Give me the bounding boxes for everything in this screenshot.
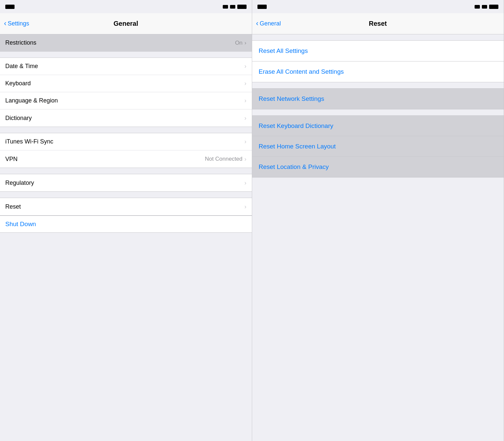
list-item-vpn[interactable]: VPN Not Connected › [0, 150, 252, 168]
shut-down-row[interactable]: Shut Down [0, 216, 252, 233]
reset-group-list: Reset Keyboard Dictionary Reset Home Scr… [252, 115, 504, 178]
battery-icon-right [489, 5, 498, 9]
reset-network-row[interactable]: Reset Network Settings [252, 89, 504, 109]
reset-value: › [245, 203, 247, 210]
vpn-status-text: Not Connected [205, 156, 242, 162]
dictionary-value: › [245, 115, 247, 122]
general-back-button[interactable]: ‹ General [256, 20, 281, 27]
erase-all-label: Erase All Content and Settings [259, 68, 344, 75]
list-item-reset[interactable]: Reset › [0, 198, 252, 215]
settings-back-button[interactable]: ‹ Settings [4, 20, 29, 27]
reset-home-label: Reset Home Screen Layout [259, 143, 336, 150]
vpn-chevron-icon: › [245, 156, 247, 163]
right-panel: ‹ General Reset Reset All Settings Erase… [252, 0, 504, 441]
reset-all-settings-row[interactable]: Reset All Settings [252, 41, 504, 61]
itunes-value: › [245, 138, 247, 145]
back-chevron-right-icon: ‹ [256, 20, 258, 27]
reset-keyboard-row[interactable]: Reset Keyboard Dictionary [252, 116, 504, 136]
shut-down-label: Shut Down [5, 220, 36, 228]
erase-all-section: Erase All Content and Settings [252, 61, 504, 82]
wifi-icon [230, 5, 235, 9]
vpn-value: Not Connected › [205, 156, 246, 163]
reset-group-section: Reset Keyboard Dictionary Reset Home Scr… [252, 115, 504, 178]
list-reset: Reset › [0, 198, 252, 216]
back-chevron-icon: ‹ [4, 20, 6, 27]
battery-icon [237, 5, 247, 9]
restrictions-label: Restrictions [5, 39, 36, 46]
wifi-icon-right [482, 5, 487, 9]
restrictions-value-text: On [235, 40, 243, 46]
language-chevron-icon: › [245, 97, 247, 104]
reset-keyboard-label: Reset Keyboard Dictionary [259, 122, 333, 130]
list-item-itunes[interactable]: iTunes Wi-Fi Sync › [0, 133, 252, 150]
dictionary-chevron-icon: › [245, 115, 247, 122]
list-section-3: Regulatory › [0, 174, 252, 192]
erase-all-list: Erase All Content and Settings [252, 61, 504, 82]
section-reset: Reset › [0, 198, 252, 216]
restrictions-chevron-icon: › [245, 40, 247, 46]
reset-chevron-icon: › [245, 203, 247, 210]
list-section-1: Date & Time › Keyboard › Language & Regi… [0, 58, 252, 127]
reset-all-settings-list: Reset All Settings [252, 40, 504, 61]
reset-network-list: Reset Network Settings [252, 88, 504, 109]
vpn-label: VPN [5, 156, 18, 163]
reset-network-label: Reset Network Settings [259, 95, 325, 102]
signal-icon [223, 5, 228, 9]
list-item-datetime[interactable]: Date & Time › [0, 58, 252, 75]
right-nav-bar: ‹ General Reset [252, 13, 504, 34]
status-icon-right-1 [257, 5, 267, 9]
list-item-language[interactable]: Language & Region › [0, 92, 252, 109]
erase-all-row[interactable]: Erase All Content and Settings [252, 61, 504, 82]
status-bar-left [0, 0, 252, 13]
regulatory-label: Regulatory [5, 180, 34, 186]
language-value: › [245, 97, 247, 104]
reset-network-section: Reset Network Settings [252, 88, 504, 109]
left-nav-title: General [114, 20, 138, 27]
signal-icon-right [475, 5, 480, 9]
datetime-value: › [245, 63, 247, 70]
status-icons-left [223, 5, 247, 9]
keyboard-value: › [245, 80, 247, 87]
left-panel: ‹ Settings General Restrictions On › Dat… [0, 0, 252, 441]
status-bar-right [252, 0, 504, 13]
list-item-keyboard[interactable]: Keyboard › [0, 75, 252, 92]
reset-all-settings-label: Reset All Settings [259, 47, 308, 55]
status-icon-1 [5, 5, 15, 9]
right-back-label[interactable]: General [260, 20, 281, 27]
keyboard-label: Keyboard [5, 80, 31, 87]
reset-location-label: Reset Location & Privacy [259, 163, 329, 171]
reset-location-row[interactable]: Reset Location & Privacy [252, 157, 504, 177]
reset-label: Reset [5, 203, 21, 210]
restrictions-row[interactable]: Restrictions On › [0, 34, 252, 52]
list-section-2: iTunes Wi-Fi Sync › VPN Not Connected › [0, 133, 252, 168]
language-label: Language & Region [5, 97, 58, 104]
status-icons-right [475, 5, 498, 9]
list-item-regulatory[interactable]: Regulatory › [0, 174, 252, 191]
list-item-dictionary[interactable]: Dictionary › [0, 109, 252, 127]
datetime-chevron-icon: › [245, 63, 247, 70]
section-datetime: Date & Time › Keyboard › Language & Regi… [0, 58, 252, 127]
datetime-label: Date & Time [5, 63, 38, 70]
regulatory-value: › [245, 180, 247, 186]
dictionary-label: Dictionary [5, 115, 32, 122]
section-regulatory: Regulatory › [0, 174, 252, 192]
reset-all-settings-section: Reset All Settings [252, 40, 504, 61]
keyboard-chevron-icon: › [245, 80, 247, 87]
divider-1 [252, 82, 504, 88]
itunes-label: iTunes Wi-Fi Sync [5, 138, 53, 145]
regulatory-chevron-icon: › [245, 180, 247, 186]
section-itunes: iTunes Wi-Fi Sync › VPN Not Connected › [0, 133, 252, 168]
reset-home-row[interactable]: Reset Home Screen Layout [252, 136, 504, 157]
restrictions-value: On › [235, 40, 246, 46]
divider-2 [252, 109, 504, 115]
left-nav-bar: ‹ Settings General [0, 13, 252, 34]
back-label[interactable]: Settings [8, 20, 29, 27]
itunes-chevron-icon: › [245, 138, 247, 145]
right-nav-title: Reset [369, 20, 387, 27]
